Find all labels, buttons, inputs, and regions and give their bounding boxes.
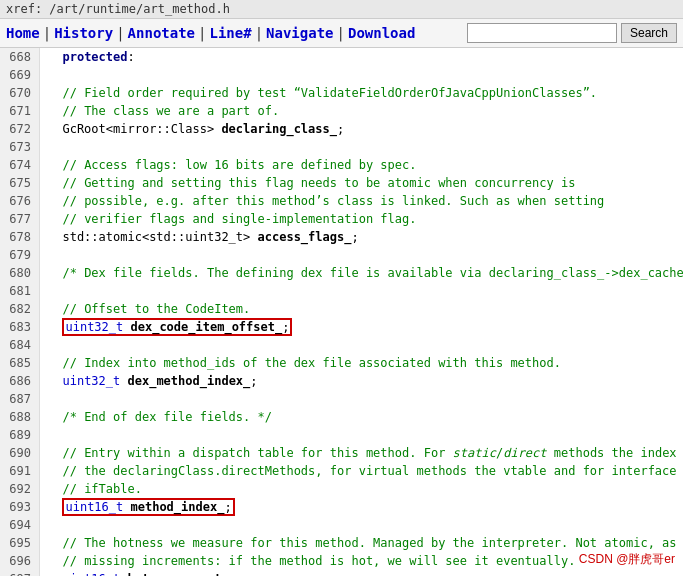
line-content: // Index into method_ids of the dex file… [40, 354, 561, 372]
line-content: protected: [40, 48, 135, 66]
line-number: 679 [0, 246, 40, 264]
line-number: 693 [0, 498, 40, 516]
line-content [40, 426, 48, 444]
code-line: 691 // the declaringClass.directMethods,… [0, 462, 683, 480]
code-line: 689 [0, 426, 683, 444]
line-content: uint32_t dex_method_index_; [40, 372, 258, 390]
line-content: std::atomic<std::uint32_t> access_flags_… [40, 228, 359, 246]
line-content: // Entry within a dispatch table for thi… [40, 444, 683, 462]
line-number: 694 [0, 516, 40, 534]
line-content: // missing increments: if the method is … [40, 552, 575, 570]
code-line: 670 // Field order required by test “Val… [0, 84, 683, 102]
line-content [40, 282, 48, 300]
code-line: 675 // Getting and setting this flag nee… [0, 174, 683, 192]
line-content: // the declaringClass.directMethods, for… [40, 462, 683, 480]
code-line: 681 [0, 282, 683, 300]
code-line: 685 // Index into method_ids of the dex … [0, 354, 683, 372]
code-line: 671 // The class we are a part of. [0, 102, 683, 120]
line-content: /* End of dex file fields. */ [40, 408, 272, 426]
sep-2: | [198, 25, 206, 41]
line-content: // possible, e.g. after this method’s cl… [40, 192, 604, 210]
line-number: 682 [0, 300, 40, 318]
code-line: 668 protected: [0, 48, 683, 66]
code-line: 697 uint16_t hotness_count_; [0, 570, 683, 576]
line-content: // The hotness we measure for this metho… [40, 534, 683, 552]
line-number: 692 [0, 480, 40, 498]
code-line: 688 /* End of dex file fields. */ [0, 408, 683, 426]
code-line: 674 // Access flags: low 16 bits are def… [0, 156, 683, 174]
code-line: 690 // Entry within a dispatch table for… [0, 444, 683, 462]
line-content: /* Dex file fields. The defining dex fil… [40, 264, 683, 282]
line-number: 680 [0, 264, 40, 282]
line-content: // The class we are a part of. [40, 102, 279, 120]
search-button[interactable]: Search [621, 23, 677, 43]
code-line: 677 // verifier flags and single-impleme… [0, 210, 683, 228]
code-line: 669 [0, 66, 683, 84]
line-content [40, 66, 48, 84]
line-content [40, 246, 48, 264]
code-line: 676 // possible, e.g. after this method’… [0, 192, 683, 210]
line-content: uint16_t method_index_; [40, 498, 235, 516]
line-content [40, 390, 48, 408]
code-line: 680 /* Dex file fields. The defining dex… [0, 264, 683, 282]
line-content: // Field order required by test “Validat… [40, 84, 597, 102]
code-line: 686 uint32_t dex_method_index_; [0, 372, 683, 390]
line-number: 683 [0, 318, 40, 336]
code-line: 682 // Offset to the CodeItem. [0, 300, 683, 318]
line-number: 691 [0, 462, 40, 480]
line-content: // ifTable. [40, 480, 142, 498]
line-number: 675 [0, 174, 40, 192]
title-bar: xref: /art/runtime/art_method.h [0, 0, 683, 19]
nav-navigate[interactable]: Navigate [266, 25, 333, 41]
search-input[interactable] [467, 23, 617, 43]
line-number: 685 [0, 354, 40, 372]
line-content: // Access flags: low 16 bits are defined… [40, 156, 416, 174]
nav-annotate[interactable]: Annotate [128, 25, 195, 41]
code-line: 684 [0, 336, 683, 354]
nav-home[interactable]: Home [6, 25, 40, 41]
line-number: 688 [0, 408, 40, 426]
line-number: 670 [0, 84, 40, 102]
line-number: 678 [0, 228, 40, 246]
code-line: 692 // ifTable. [0, 480, 683, 498]
code-line: 673 [0, 138, 683, 156]
line-number: 672 [0, 120, 40, 138]
line-content [40, 138, 48, 156]
line-number: 690 [0, 444, 40, 462]
line-number: 674 [0, 156, 40, 174]
line-number: 697 [0, 570, 40, 576]
code-area: 668 protected: 669 670 // Field order re… [0, 48, 683, 576]
line-content: GcRoot<mirror::Class> declaring_class_; [40, 120, 344, 138]
line-content: uint16_t hotness_count_; [40, 570, 236, 576]
sep-1: | [116, 25, 124, 41]
line-content: uint32_t dex_code_item_offset_; [40, 318, 292, 336]
line-content: // verifier flags and single-implementat… [40, 210, 416, 228]
line-number: 669 [0, 66, 40, 84]
search-area: Search [467, 23, 677, 43]
line-number: 696 [0, 552, 40, 570]
code-line: 695 // The hotness we measure for this m… [0, 534, 683, 552]
line-number: 676 [0, 192, 40, 210]
line-content: // Offset to the CodeItem. [40, 300, 250, 318]
line-content [40, 336, 48, 354]
code-line: 678 std::atomic<std::uint32_t> access_fl… [0, 228, 683, 246]
nav-download[interactable]: Download [348, 25, 415, 41]
line-number: 687 [0, 390, 40, 408]
watermark: CSDN @胖虎哥er [579, 551, 675, 568]
nav-lineno[interactable]: Line# [209, 25, 251, 41]
sep-4: | [337, 25, 345, 41]
code-line-highlighted: 693 uint16_t method_index_; [0, 498, 683, 516]
line-number: 673 [0, 138, 40, 156]
nav-history[interactable]: History [54, 25, 113, 41]
line-content: // Getting and setting this flag needs t… [40, 174, 575, 192]
line-content [40, 516, 48, 534]
sep-3: | [255, 25, 263, 41]
line-number: 668 [0, 48, 40, 66]
code-line: 672 GcRoot<mirror::Class> declaring_clas… [0, 120, 683, 138]
line-number: 686 [0, 372, 40, 390]
line-number: 695 [0, 534, 40, 552]
line-number: 689 [0, 426, 40, 444]
sep-0: | [43, 25, 51, 41]
line-number: 684 [0, 336, 40, 354]
nav-bar: Home | History | Annotate | Line# | Navi… [0, 19, 683, 48]
